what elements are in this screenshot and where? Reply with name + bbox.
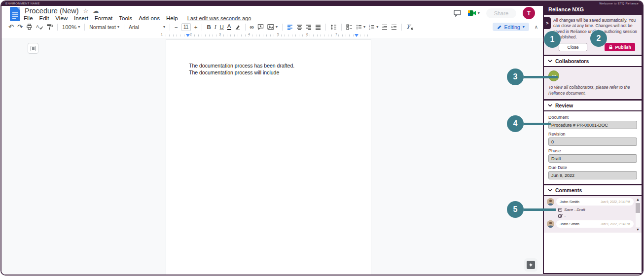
styles-select[interactable]: Normal text▾ (89, 24, 119, 30)
review-body: Document Procedure # PR-00001-DOC Revisi… (544, 111, 642, 184)
text-color-button[interactable]: A (227, 24, 231, 30)
collaborators-note: To view all collaborators, please refer … (548, 84, 637, 96)
field-label: Phase (548, 148, 637, 153)
zoom-select[interactable]: 100%▾ (62, 24, 80, 30)
environment-bar: ENVIRONMENT NAME Welcome to ETQ Reliance (1, 1, 643, 6)
insert-image-button[interactable]: ▾ (267, 24, 278, 30)
left-indent-marker[interactable] (186, 34, 190, 37)
comments-section-header[interactable]: Comments (544, 185, 642, 196)
explore-button[interactable] (524, 258, 537, 272)
docs-file-icon[interactable] (9, 7, 21, 21)
document-text[interactable]: The documentation process has been draft… (189, 63, 294, 76)
clear-formatting-button[interactable]: T (406, 24, 413, 30)
menu-help[interactable]: Help (166, 15, 178, 21)
bold-button[interactable]: B (207, 24, 211, 30)
document-line: The documentation process will include (189, 69, 294, 76)
underline-button[interactable]: U (220, 24, 224, 30)
commenter-avatar (547, 198, 554, 206)
ruler-number: 7 (334, 33, 338, 36)
share-button[interactable]: Share (486, 8, 516, 18)
phase-field[interactable]: Draft (548, 154, 637, 163)
highlight-button[interactable] (235, 24, 241, 30)
numbered-list-button[interactable]: 12 ▾ (369, 24, 378, 30)
caret-down-icon: ▾ (78, 25, 80, 29)
ruler-ticks (166, 34, 370, 36)
star-icon[interactable]: ☆ (83, 8, 89, 14)
annotation-circle-4: 4 (507, 115, 524, 132)
close-button[interactable]: Close (559, 43, 587, 51)
line-spacing-button[interactable] (330, 24, 337, 30)
scroll-up-icon[interactable]: ▲ (636, 198, 640, 201)
environment-name: ENVIRONMENT NAME (5, 1, 40, 6)
docs-toolbar: ↶ ↷ A 100%▾ Normal text▾ Arial▾ (1, 22, 543, 33)
editing-mode-button[interactable]: Editing ▾ (493, 23, 529, 31)
review-section-header[interactable]: Review (544, 101, 642, 111)
align-center-button[interactable] (296, 24, 302, 30)
paint-format-button[interactable] (46, 24, 53, 30)
due-date-field[interactable]: Jun 9, 2022 (548, 171, 637, 179)
print-button[interactable] (26, 24, 33, 30)
document-page[interactable]: The documentation process has been draft… (166, 39, 371, 276)
sidebar-collapse-button[interactable]: > (544, 17, 551, 29)
scroll-track[interactable] (636, 202, 640, 227)
comment-item[interactable]: John Smith Jun 9, 2022, 2:14 PM (547, 198, 634, 206)
comment-item[interactable]: John Smith Jun 9, 2022, 2:14 PM (547, 220, 634, 228)
add-comment-button[interactable] (257, 24, 264, 30)
menu-file[interactable]: File (24, 15, 33, 21)
welcome-text: Welcome to ETQ Reliance (599, 1, 639, 6)
menu-addons[interactable]: Add-ons (139, 15, 160, 21)
menu-format[interactable]: Format (95, 15, 112, 21)
edit-note-icon (558, 214, 563, 218)
meet-button[interactable]: ▾ (468, 10, 480, 16)
font-select[interactable]: Arial▾ (129, 24, 165, 30)
ruler-number: 4 (247, 33, 251, 36)
align-right-button[interactable] (306, 24, 312, 30)
commenter-avatar (547, 220, 554, 228)
increase-indent-button[interactable] (391, 24, 397, 30)
redo-button[interactable]: ↷ (17, 24, 23, 30)
spell-check-button[interactable]: A (36, 24, 43, 30)
comment-timestamp: Jun 9, 2022, 2:14 PM (601, 200, 630, 204)
field-label: Revision (548, 132, 637, 137)
publish-button[interactable]: Publish (605, 43, 635, 51)
insert-link-button[interactable]: ∞ (250, 24, 254, 31)
chevron-down-icon (548, 104, 552, 107)
hide-menus-button[interactable]: ∧ (535, 24, 538, 30)
italic-button[interactable]: I (215, 24, 216, 30)
svg-text:A: A (36, 24, 39, 29)
revision-field[interactable]: 0 (548, 138, 637, 146)
justify-button[interactable] (315, 24, 321, 30)
show-outline-button[interactable] (28, 43, 38, 54)
font-size-decrease[interactable]: − (175, 24, 178, 30)
menu-view[interactable]: View (55, 15, 68, 21)
bulleted-list-button[interactable]: ▾ (356, 24, 365, 30)
menu-insert[interactable]: Insert (74, 15, 88, 21)
caret-down-icon: ▾ (363, 25, 365, 29)
cloud-saved-icon: ☁ (93, 8, 99, 14)
font-size-increase[interactable]: + (194, 24, 198, 30)
svg-text:1: 1 (369, 24, 370, 27)
align-left-button[interactable] (287, 24, 293, 30)
annotation-circle-1: 1 (544, 31, 561, 48)
caret-down-icon: ▾ (163, 25, 165, 29)
ruler-number: 3 (218, 33, 222, 36)
comments-scrollbar[interactable]: ▲ ▼ (635, 198, 641, 231)
decrease-indent-button[interactable] (382, 24, 388, 30)
undo-button[interactable]: ↶ (8, 24, 14, 30)
docs-header: Procedure (New) ☆ ☁ File Edit View Inser… (1, 6, 543, 22)
svg-text:2: 2 (369, 28, 370, 30)
document-title[interactable]: Procedure (New) (25, 7, 79, 15)
right-indent-marker[interactable] (355, 34, 358, 37)
scroll-thumb[interactable] (636, 203, 640, 213)
checklist-button[interactable] (346, 24, 353, 30)
collaborators-body: JO To view all collaborators, please ref… (544, 67, 642, 99)
document-field[interactable]: Procedure # PR-00001-DOC (548, 121, 637, 129)
menu-tools[interactable]: Tools (119, 15, 132, 21)
last-edit-link[interactable]: Last edit was seconds ago (187, 15, 251, 21)
scroll-down-icon[interactable]: ▼ (636, 228, 640, 231)
comment-history-icon[interactable] (453, 9, 462, 17)
menu-edit[interactable]: Edit (39, 15, 49, 21)
account-avatar[interactable]: T (523, 7, 535, 19)
font-size-value[interactable]: 11 (181, 23, 191, 31)
collaborators-section-header[interactable]: Collaborators (544, 56, 642, 67)
